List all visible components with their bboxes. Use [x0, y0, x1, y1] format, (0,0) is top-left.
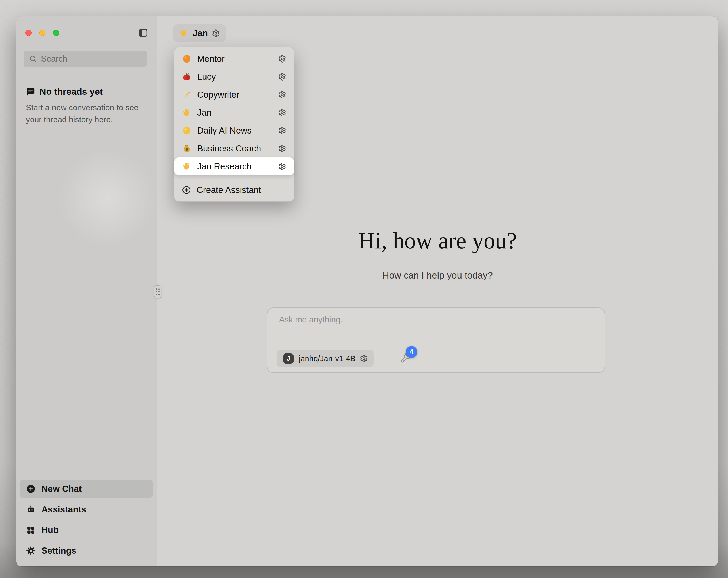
- pencil-emoji-icon: [182, 90, 191, 100]
- menu-item-label: Mentor: [197, 54, 272, 64]
- empty-state-description: Start a new conversation to see your thr…: [26, 101, 148, 126]
- sidebar-decoration: [56, 147, 158, 249]
- sidebar-item-hub[interactable]: Hub: [20, 521, 153, 539]
- gear-icon: [278, 109, 286, 117]
- menu-item-label: Jan: [197, 107, 272, 118]
- chat-input[interactable]: [279, 315, 593, 337]
- grip-dots-icon: [156, 288, 160, 295]
- assistant-gear-button[interactable]: [278, 127, 286, 134]
- menu-item-label: Create Assistant: [197, 185, 286, 195]
- menu-item-label: Lucy: [197, 72, 272, 82]
- nav-label: New Chat: [42, 484, 82, 494]
- model-name: janhq/Jan-v1-4B: [299, 354, 355, 363]
- assistant-menu-item-copywriter[interactable]: Copywriter: [175, 85, 294, 104]
- assistant-gear-button[interactable]: [278, 145, 286, 153]
- waving-hand-emoji-icon: [182, 108, 191, 118]
- app-window: No threads yet Start a new conversation …: [16, 16, 718, 567]
- sidebar-toggle-button[interactable]: [137, 27, 149, 39]
- plus-circle-outline-icon: [182, 185, 191, 195]
- model-settings-button[interactable]: [360, 355, 368, 362]
- assistant-menu: Mentor Lucy Copywriter Jan Daily AI News…: [174, 47, 294, 202]
- assistant-menu-item-daily-ai-news[interactable]: Daily AI News: [175, 122, 294, 140]
- nav-label: Settings: [42, 546, 76, 556]
- greeting-title: Hi, how are you?: [157, 227, 718, 254]
- empty-state-title: No threads yet: [40, 86, 103, 97]
- gear-icon: [278, 91, 286, 99]
- sidebar-toggle-icon: [138, 28, 149, 38]
- zoom-button[interactable]: [53, 30, 59, 36]
- model-selector[interactable]: J janhq/Jan-v1-4B: [277, 350, 374, 368]
- plus-circle-icon: [26, 484, 35, 494]
- assistant-menu-item-jan[interactable]: Jan: [175, 104, 294, 122]
- assistant-settings-button[interactable]: [212, 29, 220, 37]
- gear-icon: [278, 127, 286, 134]
- assistant-gear-button[interactable]: [278, 73, 286, 81]
- search-icon: [29, 55, 37, 63]
- gear-icon: [278, 55, 286, 63]
- assistants-icon: [26, 505, 35, 514]
- minimize-button[interactable]: [39, 30, 46, 36]
- waving-hand-emoji-icon: [179, 28, 189, 38]
- waving-hand-emoji-icon: [182, 161, 191, 171]
- yellow-circle-emoji-icon: [182, 126, 191, 135]
- assistant-menu-item-mentor[interactable]: Mentor: [175, 50, 294, 68]
- current-assistant-name: Jan: [192, 28, 208, 38]
- gear-icon: [278, 73, 286, 81]
- gear-icon: [212, 29, 220, 37]
- sidebar-item-new-chat[interactable]: New Chat: [20, 479, 153, 498]
- search-input[interactable]: [41, 54, 142, 64]
- assistant-menu-item-jan-research[interactable]: Jan Research: [175, 157, 294, 175]
- assistant-menu-item-lucy[interactable]: Lucy: [175, 68, 294, 85]
- nav-label: Assistants: [42, 504, 86, 514]
- sidebar-nav: New Chat Assistants Hub Settings: [20, 479, 153, 560]
- assistant-gear-button[interactable]: [278, 91, 286, 99]
- menu-item-label: Business Coach: [197, 144, 272, 154]
- sidebar-resize-handle[interactable]: [154, 285, 161, 298]
- chat-composer: J janhq/Jan-v1-4B 4: [267, 307, 605, 373]
- menu-separator: [175, 178, 294, 178]
- sidebar-item-assistants[interactable]: Assistants: [20, 500, 153, 519]
- assistant-gear-button[interactable]: [278, 55, 286, 63]
- assistant-gear-button[interactable]: [278, 109, 286, 117]
- search-field: [24, 51, 147, 67]
- model-avatar: J: [283, 353, 294, 365]
- money-bag-emoji-icon: [182, 144, 191, 153]
- hub-icon: [26, 525, 35, 535]
- orange-circle-emoji-icon: [182, 54, 191, 64]
- close-button[interactable]: [25, 30, 31, 36]
- menu-item-label: Jan Research: [197, 161, 272, 172]
- tools-count-badge: 4: [406, 346, 417, 358]
- red-apple-emoji-icon: [182, 72, 191, 82]
- menu-item-label: Copywriter: [197, 90, 272, 100]
- menu-item-label: Daily AI News: [197, 126, 272, 136]
- create-assistant-button[interactable]: Create Assistant: [175, 181, 294, 199]
- assistant-switcher[interactable]: Jan: [173, 24, 226, 42]
- assistant-gear-button[interactable]: [278, 162, 286, 171]
- assistant-menu-item-business-coach[interactable]: Business Coach: [175, 140, 294, 157]
- sidebar: No threads yet Start a new conversation …: [16, 16, 157, 567]
- sidebar-item-settings[interactable]: Settings: [20, 541, 153, 560]
- gear-icon: [360, 355, 368, 362]
- desktop: { "sidebar": { "search": { "placeholder"…: [0, 0, 728, 578]
- chat-bubble-icon: [26, 87, 35, 96]
- nav-label: Hub: [42, 525, 59, 535]
- gear-icon: [278, 162, 286, 171]
- greeting-subtitle: How can I help you today?: [157, 270, 718, 281]
- gear-icon: [278, 145, 286, 153]
- settings-gear-icon: [26, 546, 35, 555]
- empty-threads-state: No threads yet Start a new conversation …: [26, 86, 148, 126]
